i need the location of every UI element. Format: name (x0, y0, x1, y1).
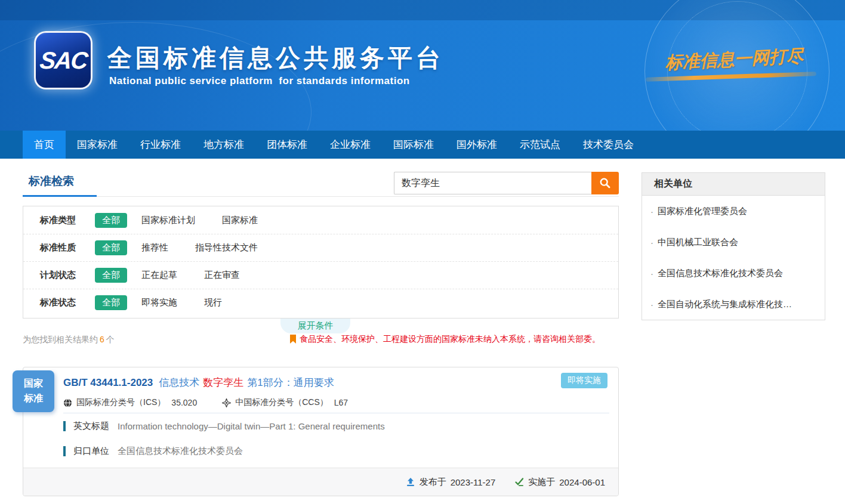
standard-title-part2: 第1部分：通用要求 (247, 377, 334, 388)
filter-row-standard-nature: 标准性质 全部 推荐性 指导性技术文件 (23, 234, 618, 261)
results-summary-suffix: 个 (106, 335, 115, 344)
field-marker (63, 421, 66, 431)
sidebar-item-machinery-federation[interactable]: · 中国机械工业联合会 (642, 227, 825, 258)
filter-row-standard-status: 标准状态 全部 即将实施 现行 (23, 289, 618, 316)
site-subtitle: National public service platform for sta… (109, 75, 410, 87)
related-units-panel: 相关单位 · 国家标准化管理委员会 · 中国机械工业联合会 · 全国信息技术标准… (642, 172, 825, 320)
check-icon (514, 477, 524, 487)
sac-logo-text: SAC (38, 47, 88, 74)
system-notice: 食品安全、环境保护、工程建设方面的国家标准未纳入本系统，请咨询相关部委。 (289, 334, 604, 345)
sidebar-item-label: 全国信息技术标准化技术委员会 (658, 268, 783, 279)
field-committee: 归口单位 全国信息技术标准化技术委员会 (63, 446, 243, 457)
field-english-title: 英文标题 Information technology—Digital twin… (63, 420, 385, 432)
filter-label: 计划状态 (40, 270, 95, 281)
nav-tab-group-standards[interactable]: 团体标准 (255, 131, 319, 159)
field-label: 英文标题 (73, 420, 109, 432)
filter-label: 标准性质 (40, 242, 95, 253)
standard-type-badge: 国家 标准 (13, 370, 54, 412)
standard-title-highlight: 数字孪生 (203, 377, 243, 388)
section-title-underline (23, 195, 97, 197)
nav-tab-international-standards[interactable]: 国际标准 (382, 131, 445, 159)
published-date-group: 发布于 2023-11-27 (406, 477, 496, 488)
search-button[interactable] (591, 172, 619, 194)
related-units-title: 相关单位 (642, 173, 825, 196)
nav-tab-national-standards[interactable]: 国家标准 (66, 131, 129, 159)
filter-option[interactable]: 推荐性 (141, 242, 168, 253)
standard-title-part1: 信息技术 (159, 377, 199, 388)
classification-row: 国际标准分类号（ICS） 35.020 中国标准分类号（CCS） L67 (63, 397, 373, 408)
notice-text: 食品安全、环境保护、工程建设方面的国家标准未纳入本系统，请咨询相关部委。 (300, 334, 600, 345)
sidebar-item-label: 中国机械工业联合会 (658, 237, 738, 248)
sidebar-item-label: 国家标准化管理委员会 (658, 206, 747, 217)
implemented-label: 实施于 (528, 477, 555, 488)
filter-all-button[interactable]: 全部 (95, 240, 127, 255)
ics-label: 国际标准分类号（ICS） (76, 397, 165, 408)
nav-tab-industry-standards[interactable]: 行业标准 (129, 131, 192, 159)
search-icon (599, 177, 611, 189)
ccs-value: L67 (334, 398, 348, 407)
sidebar-item-it-standardization-committee[interactable]: · 全国信息技术标准化技术委员会 (642, 258, 825, 289)
type-badge-line2: 标准 (24, 391, 43, 406)
site-title: 全国标准信息公共服务平台 (107, 42, 444, 75)
sidebar-item-label: 全国自动化系统与集成标准化技… (658, 299, 792, 310)
nav-tab-technical-committees[interactable]: 技术委员会 (572, 131, 645, 159)
field-label: 归口单位 (73, 446, 109, 457)
nav-tab-local-standards[interactable]: 地方标准 (192, 131, 255, 159)
field-value: 全国信息技术标准化技术委员会 (118, 446, 243, 457)
status-badge: 即将实施 (561, 373, 607, 388)
filter-all-button[interactable]: 全部 (95, 268, 127, 283)
results-summary: 为您找到相关结果约6个 (23, 335, 115, 345)
filter-all-button[interactable]: 全部 (95, 213, 127, 228)
field-value: Information technology—Digital twin—Part… (118, 421, 385, 431)
implemented-date-group: 实施于 2024-06-01 (514, 477, 605, 488)
filter-option[interactable]: 国家标准 (222, 215, 258, 226)
section-title-standard-search: 标准检索 (29, 174, 74, 189)
nav-tab-enterprise-standards[interactable]: 企业标准 (319, 131, 382, 159)
nav-tab-foreign-standards[interactable]: 国外标准 (445, 131, 508, 159)
bullet: · (650, 206, 653, 217)
upload-icon (406, 477, 415, 487)
ccs-label: 中国标准分类号（CCS） (235, 397, 328, 408)
filter-label: 标准类型 (40, 215, 95, 226)
type-badge-line1: 国家 (24, 376, 43, 391)
card-footer: 发布于 2023-11-27 实施于 2024-06-01 (23, 468, 618, 496)
published-date: 2023-11-27 (451, 477, 496, 487)
filter-option[interactable]: 正在起草 (141, 270, 177, 281)
main-nav: 首页 国家标准 行业标准 地方标准 团体标准 企业标准 国际标准 国外标准 示范… (0, 131, 845, 159)
filter-label: 标准状态 (40, 297, 95, 308)
expand-conditions-button[interactable]: 展开条件 (280, 319, 350, 333)
filter-option[interactable]: 即将实施 (141, 297, 177, 308)
section-divider (23, 196, 619, 197)
search-input[interactable] (394, 172, 591, 194)
nav-tab-home[interactable]: 首页 (23, 131, 66, 159)
bullet: · (650, 237, 653, 248)
result-card: 国家 标准 GB/T 43441.1-2023信息技术数字孪生第1部分：通用要求… (23, 367, 619, 496)
standard-code: GB/T 43441.1-2023 (63, 377, 153, 388)
sidebar-item-automation-systems-committee[interactable]: · 全国自动化系统与集成标准化技… (642, 289, 825, 320)
filter-row-plan-status: 计划状态 全部 正在起草 正在审查 (23, 261, 618, 289)
bullet: · (650, 268, 653, 279)
published-label: 发布于 (420, 477, 446, 488)
filter-option[interactable]: 现行 (204, 297, 222, 308)
filter-option[interactable]: 国家标准计划 (141, 215, 195, 226)
ics-value: 35.020 (171, 398, 197, 407)
filter-row-standard-type: 标准类型 全部 国家标准计划 国家标准 (23, 206, 618, 234)
filter-option[interactable]: 指导性技术文件 (195, 242, 258, 253)
globe-icon (63, 398, 72, 407)
filter-all-button[interactable]: 全部 (95, 295, 127, 310)
filter-option[interactable]: 正在审查 (204, 270, 240, 281)
bookmark-icon (289, 335, 297, 344)
ics-group: 国际标准分类号（ICS） 35.020 (63, 397, 197, 408)
results-summary-prefix: 为您找到相关结果约 (23, 335, 98, 344)
results-count: 6 (100, 335, 104, 344)
sidebar-item-sac[interactable]: · 国家标准化管理委员会 (642, 196, 825, 227)
nav-tab-pilot[interactable]: 示范试点 (508, 131, 572, 159)
standard-title-link[interactable]: GB/T 43441.1-2023信息技术数字孪生第1部分：通用要求 (63, 376, 334, 389)
bullet: · (650, 299, 653, 310)
implemented-date: 2024-06-01 (559, 477, 605, 487)
filter-panel: 标准类型 全部 国家标准计划 国家标准 标准性质 全部 推荐性 指导性技术文件 … (23, 206, 619, 319)
ccs-group: 中国标准分类号（CCS） L67 (222, 397, 348, 408)
sac-logo: SAC (34, 31, 92, 89)
field-marker (63, 446, 66, 456)
card-divider (63, 413, 609, 413)
